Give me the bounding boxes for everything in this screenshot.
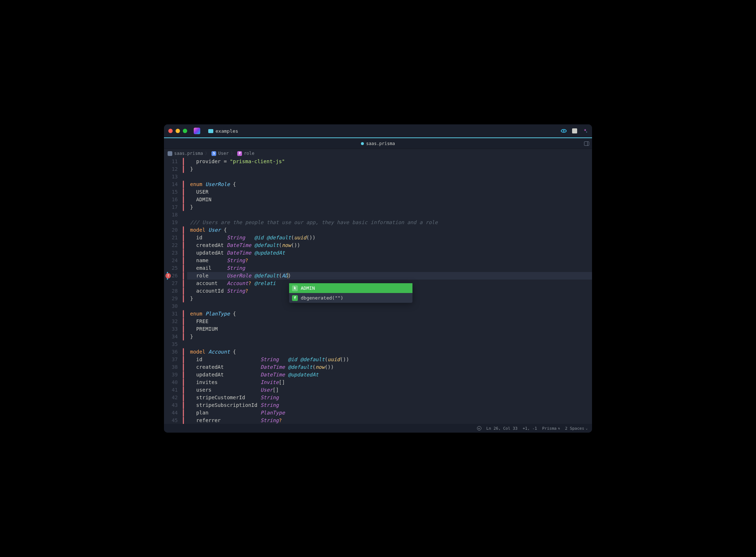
fold-indicator-icon[interactable] <box>183 379 184 386</box>
fold-indicator-icon[interactable] <box>183 287 184 295</box>
line-number[interactable]: 27 <box>164 280 178 287</box>
code-line[interactable]: /// Users are the people that use our ap… <box>187 219 592 226</box>
fold-indicator-icon[interactable] <box>183 333 184 341</box>
code-line[interactable]: referrer String? <box>187 417 592 424</box>
code-line[interactable]: stripeCustomerId String <box>187 394 592 401</box>
fold-indicator-icon[interactable] <box>183 409 184 417</box>
maximize-button[interactable] <box>183 129 187 133</box>
breadcrumb-item[interactable]: Prole <box>237 151 254 156</box>
code-line[interactable]: users User[] <box>187 386 592 394</box>
cursor-target-button[interactable] <box>477 426 481 430</box>
line-number[interactable]: 35 <box>164 341 178 348</box>
line-number[interactable]: 36 <box>164 348 178 356</box>
close-button[interactable] <box>168 129 173 133</box>
code-line[interactable]: role UserRole @default(AD) <box>187 272 592 280</box>
fold-indicator-icon[interactable] <box>183 272 184 280</box>
preview-icon[interactable] <box>561 128 567 134</box>
code-line[interactable]: provider = "prisma-client-js" <box>187 158 592 165</box>
fold-indicator-icon[interactable] <box>183 318 184 325</box>
line-number[interactable]: 33 <box>164 325 178 333</box>
code-line[interactable] <box>187 302 592 310</box>
line-number[interactable]: 18 <box>164 211 178 219</box>
autocomplete-item[interactable]: fdbgenerated("") <box>289 293 412 303</box>
minimize-button[interactable] <box>176 129 180 133</box>
fold-indicator-icon[interactable] <box>183 203 184 211</box>
line-number[interactable]: 30 <box>164 302 178 310</box>
code-line[interactable]: model Account { <box>187 348 592 356</box>
code-line[interactable]: PREMIUM <box>187 325 592 333</box>
code-line[interactable]: } <box>187 333 592 341</box>
line-number[interactable]: 20 <box>164 226 178 234</box>
code-line[interactable] <box>187 341 592 348</box>
line-number[interactable]: 13 <box>164 173 178 181</box>
split-layout-icon[interactable] <box>584 141 589 146</box>
language-mode[interactable]: Prisma ⇅ <box>542 426 560 431</box>
line-number[interactable]: 34 <box>164 333 178 341</box>
code-line[interactable]: FREE <box>187 318 592 325</box>
line-number[interactable]: 43 <box>164 401 178 409</box>
line-number[interactable]: 45 <box>164 417 178 424</box>
fold-indicator-icon[interactable] <box>183 371 184 379</box>
fold-indicator-icon[interactable] <box>183 280 184 287</box>
fold-indicator-icon[interactable] <box>183 310 184 318</box>
line-number[interactable]: 14 <box>164 181 178 188</box>
autocomplete-item[interactable]: kADMIN <box>289 283 412 293</box>
code-line[interactable]: USER <box>187 188 592 196</box>
line-number[interactable]: 41 <box>164 386 178 394</box>
autocomplete-popup[interactable]: kADMINfdbgenerated("") <box>289 283 412 303</box>
code-line[interactable]: email String <box>187 264 592 272</box>
line-number[interactable]: 39 <box>164 371 178 379</box>
code-line[interactable]: enum UserRole { <box>187 181 592 188</box>
fold-indicator-icon[interactable] <box>183 234 184 242</box>
line-number[interactable]: 28 <box>164 287 178 295</box>
fold-indicator-icon[interactable] <box>183 242 184 249</box>
fold-indicator-icon[interactable] <box>183 257 184 264</box>
line-number[interactable]: 37 <box>164 356 178 363</box>
line-number[interactable]: 17 <box>164 203 178 211</box>
code-line[interactable]: createdAt DateTime @default(now()) <box>187 242 592 249</box>
code-line[interactable]: stripeSubscriptionId String <box>187 401 592 409</box>
line-number[interactable]: 38 <box>164 363 178 371</box>
code-line[interactable]: model User { <box>187 226 592 234</box>
line-number[interactable]: 15 <box>164 188 178 196</box>
code-line[interactable]: ADMIN <box>187 196 592 203</box>
editor-area[interactable]: 1112131415161718192021222324252627282930… <box>164 158 592 424</box>
code-line[interactable]: updatedAt DateTime @updatedAt <box>187 249 592 257</box>
fold-indicator-icon[interactable] <box>183 249 184 257</box>
breadcrumb-item[interactable]: saas.prisma <box>168 151 203 156</box>
ai-sparkle-icon[interactable] <box>583 128 588 133</box>
file-tab[interactable]: saas.prisma <box>361 141 395 146</box>
code-line[interactable]: id String @id @default(uuid()) <box>187 234 592 242</box>
error-icon[interactable] <box>165 273 171 278</box>
code-line[interactable]: } <box>187 203 592 211</box>
code-line[interactable]: name String? <box>187 257 592 264</box>
fold-indicator-icon[interactable] <box>183 417 184 424</box>
line-number[interactable]: 23 <box>164 249 178 257</box>
project-tab[interactable]: examples <box>205 127 241 135</box>
indent-mode[interactable]: 2 Spaces ⌄ <box>565 426 588 431</box>
fold-indicator-icon[interactable] <box>183 181 184 188</box>
line-number[interactable]: 25 <box>164 264 178 272</box>
code-line[interactable]: invites Invite[] <box>187 379 592 386</box>
fold-indicator-icon[interactable] <box>183 226 184 234</box>
fold-indicator-icon[interactable] <box>183 158 184 165</box>
fold-indicator-icon[interactable] <box>183 188 184 196</box>
fold-indicator-icon[interactable] <box>183 165 184 173</box>
fold-indicator-icon[interactable] <box>183 196 184 203</box>
panel-icon[interactable] <box>572 128 578 134</box>
fold-indicator-icon[interactable] <box>183 394 184 401</box>
code-line[interactable]: enum PlanType { <box>187 310 592 318</box>
code-line[interactable]: updatedAt DateTime @updatedAt <box>187 371 592 379</box>
code-line[interactable] <box>187 211 592 219</box>
code-line[interactable] <box>187 173 592 181</box>
fold-indicator-icon[interactable] <box>183 325 184 333</box>
line-number[interactable]: 29 <box>164 295 178 302</box>
fold-indicator-icon[interactable] <box>183 264 184 272</box>
code-line[interactable]: id String @id @default(uuid()) <box>187 356 592 363</box>
code-line[interactable]: createdAt DateTime @default(now()) <box>187 363 592 371</box>
fold-indicator-icon[interactable] <box>183 356 184 363</box>
cursor-position[interactable]: Ln 26, Col 33 <box>486 426 518 431</box>
line-number[interactable]: 44 <box>164 409 178 417</box>
line-number[interactable]: 24 <box>164 257 178 264</box>
code-line[interactable]: } <box>187 165 592 173</box>
